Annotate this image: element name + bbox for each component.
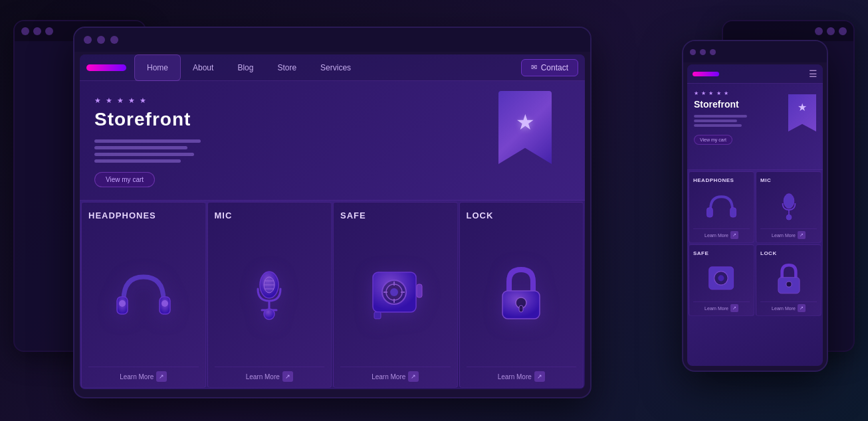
phone-arrow-icon: ↗: [730, 231, 738, 239]
lock-learn-more[interactable]: Learn More ↗: [467, 367, 577, 382]
headphones-learn-more[interactable]: Learn More ↗: [88, 367, 199, 382]
svg-rect-21: [374, 312, 381, 319]
phone-arrow-icon: ↗: [798, 304, 806, 312]
phone-bookmark-icon: ★: [788, 94, 816, 131]
svg-point-11: [264, 309, 274, 319]
nav-links: Home About Blog Store Services: [134, 54, 521, 81]
window-dot-2: [97, 36, 105, 44]
phone-mic-icon: [760, 185, 817, 227]
arrow-icon: ↗: [408, 371, 419, 382]
phone-desc-line-3: [694, 124, 742, 127]
safe-learn-more[interactable]: Learn More ↗: [340, 367, 451, 382]
product-name-headphones: HEADPHONES: [88, 210, 199, 220]
svg-rect-25: [707, 208, 713, 217]
mic-learn-more[interactable]: Learn More ↗: [215, 367, 325, 382]
products-grid: HEADPHONES: [80, 201, 585, 389]
window-dot-2: [827, 27, 835, 35]
phone-dot-2: [700, 49, 706, 55]
product-card-headphones: HEADPHONES: [81, 202, 206, 388]
phone-card-headphones: HEADPHONES Learn More ↗: [689, 171, 754, 243]
phone-arrow-icon: ↗: [798, 231, 806, 239]
svg-point-15: [390, 288, 398, 296]
phone-card-safe: SAFE Learn More ↗: [689, 244, 754, 316]
phone-device: ☰ ★ ★ ★ ★ ★ Storefront View my cart ★: [682, 40, 828, 372]
phone-hero-stars: ★ ★ ★ ★ ★: [694, 90, 783, 96]
description-line-4: [94, 159, 181, 163]
phone-star-icon: ★: [798, 101, 807, 114]
svg-point-27: [784, 194, 794, 209]
nav-link-blog[interactable]: Blog: [225, 54, 265, 81]
arrow-icon: ↗: [534, 371, 545, 382]
phone-desc-line-2: [694, 120, 737, 122]
bg-tablet-right-header: [723, 21, 853, 41]
phone-screen: ☰ ★ ★ ★ ★ ★ Storefront View my cart ★: [687, 64, 823, 366]
phone-headphones-learn-more[interactable]: Learn More ↗: [693, 228, 750, 239]
svg-point-2: [119, 300, 126, 307]
nav-link-store[interactable]: Store: [265, 54, 308, 81]
headphones-icon: [110, 264, 177, 323]
lock-icon-area: [467, 223, 577, 364]
phone-hero: ★ ★ ★ ★ ★ Storefront View my cart ★: [687, 84, 823, 170]
arrow-icon: ↗: [156, 371, 167, 382]
contact-button[interactable]: ✉ Contact: [521, 59, 578, 76]
product-name-lock: LOCK: [467, 210, 577, 220]
phone-dot-3: [710, 49, 716, 55]
nav-bar: Home About Blog Store Services ✉ Contact: [80, 54, 585, 81]
window-dot-2: [33, 27, 41, 35]
star-icon: ★: [516, 110, 535, 135]
phone-lock-icon: [760, 258, 817, 300]
svg-point-32: [718, 275, 724, 281]
phone-nav: ☰: [687, 64, 823, 84]
phone-card-lock: LOCK Learn More ↗: [756, 244, 821, 316]
window-dot-1: [815, 27, 823, 35]
description-line-2: [94, 146, 187, 149]
phone-products-grid: HEADPHONES Learn More ↗ MIC: [687, 170, 823, 317]
window-dot-3: [839, 27, 847, 35]
description-line-3: [94, 153, 194, 156]
phone-product-name-mic: MIC: [760, 177, 817, 183]
headphones-icon-area: [88, 223, 199, 364]
hero-bookmark-icon: ★: [498, 91, 565, 177]
phone-product-name-safe: SAFE: [693, 250, 750, 256]
window-dot-3: [45, 27, 53, 35]
nav-link-services[interactable]: Services: [308, 54, 363, 81]
menu-icon[interactable]: ☰: [809, 68, 817, 79]
main-tablet: Home About Blog Store Services ✉ Contact: [73, 27, 592, 398]
window-dot-1: [84, 36, 92, 44]
phone-header: [683, 41, 827, 62]
phone-mic-learn-more[interactable]: Learn More ↗: [760, 228, 817, 239]
view-cart-button[interactable]: View my cart: [94, 172, 155, 187]
logo-bar: [86, 64, 126, 71]
phone-safe-icon: [693, 258, 750, 300]
phone-card-mic: MIC Learn More ↗: [756, 171, 821, 243]
phone-headphones-icon: [693, 185, 750, 227]
phone-lock-learn-more[interactable]: Learn More ↗: [760, 301, 817, 312]
svg-point-3: [162, 300, 168, 307]
tablet-header: [74, 28, 590, 52]
nav-link-about[interactable]: About: [181, 54, 225, 81]
phone-safe-learn-more[interactable]: Learn More ↗: [693, 301, 750, 312]
phone-view-cart-button[interactable]: View my cart: [694, 135, 732, 145]
svg-point-34: [786, 282, 791, 287]
svg-point-29: [786, 214, 792, 220]
svg-rect-20: [417, 284, 422, 297]
phone-hero-content: ★ ★ ★ ★ ★ Storefront View my cart: [694, 90, 783, 145]
arrow-icon: ↗: [282, 371, 293, 382]
phone-product-name-lock: LOCK: [760, 250, 817, 256]
phone-hero-description: [694, 115, 783, 127]
tablet-screen: Home About Blog Store Services ✉ Contact: [80, 54, 585, 389]
window-dot-3: [110, 36, 118, 44]
phone-desc-line-1: [694, 115, 747, 118]
nav-link-home[interactable]: Home: [134, 54, 181, 81]
nav-logo: [86, 64, 126, 71]
phone-bookmark-area: ★: [788, 90, 816, 131]
product-card-mic: MIC: [207, 202, 332, 388]
safe-icon-area: [340, 223, 451, 364]
product-name-safe: SAFE: [340, 210, 451, 220]
phone-arrow-icon: ↗: [730, 304, 738, 312]
lock-icon: [494, 264, 548, 323]
svg-rect-24: [519, 305, 523, 312]
mic-icon-area: [215, 223, 325, 364]
mic-icon: [246, 264, 292, 323]
phone-hero-title: Storefront: [694, 99, 783, 110]
